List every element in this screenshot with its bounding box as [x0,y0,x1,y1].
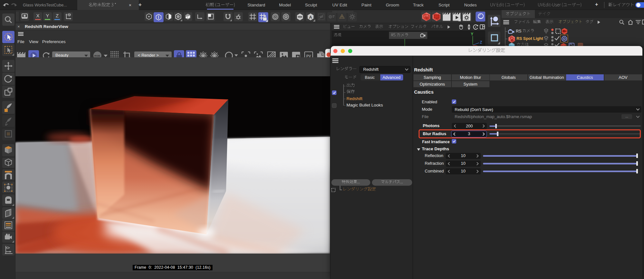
svg-text:RV: RV [425,15,428,18]
svg-text:A: A [309,15,312,20]
